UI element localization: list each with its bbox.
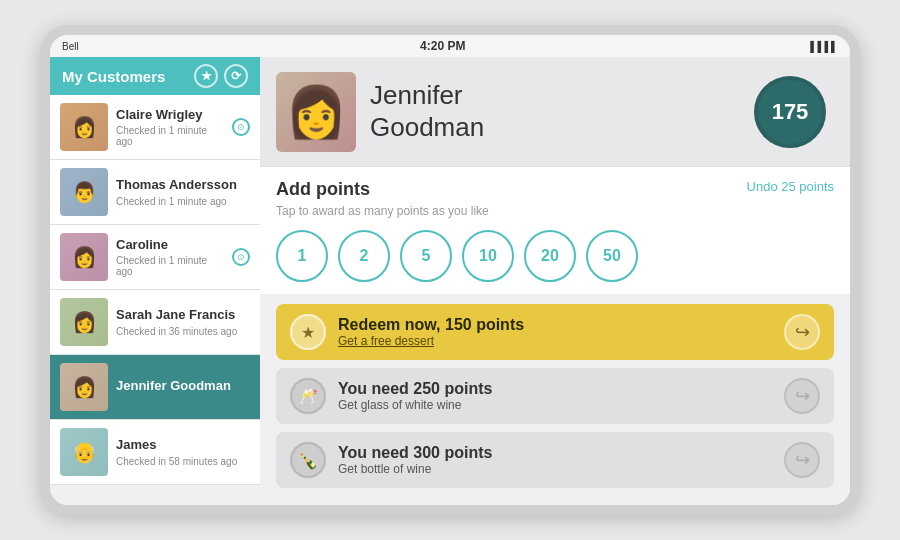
- avatar: 👩: [60, 363, 108, 411]
- reward-action-locked: ↪: [784, 442, 820, 478]
- points-btn-10[interactable]: 10: [462, 230, 514, 282]
- time-display: 4:20 PM: [420, 39, 465, 53]
- reward-icon-dessert: ★: [290, 314, 326, 350]
- points-buttons: 1 2 5 10 20 50: [276, 230, 834, 282]
- customer-checkin: Checked in 58 minutes ago: [116, 456, 250, 467]
- points-btn-1[interactable]: 1: [276, 230, 328, 282]
- customer-badge: ⊙: [232, 118, 250, 136]
- customer-checkin: Checked in 1 minute ago: [116, 255, 224, 277]
- reward-text: Redeem now, 150 points Get a free desser…: [338, 316, 772, 348]
- customer-checkin: Checked in 1 minute ago: [116, 196, 250, 207]
- customer-photo: 👩: [276, 72, 356, 152]
- reward-title: You need 300 points: [338, 444, 772, 462]
- customer-info: Jennifer Goodman: [116, 378, 250, 397]
- customer-full-name: Jennifer Goodman: [370, 80, 740, 142]
- customer-name: James: [116, 437, 250, 454]
- customer-info: Thomas Andersson Checked in 1 minute ago: [116, 177, 250, 207]
- sidebar-title: My Customers: [62, 68, 165, 85]
- sidebar-header-icons: ★ ⟳: [194, 64, 248, 88]
- device-frame: Bell 4:20 PM ▐▐▐ ▌ My Customers ★ ⟳ 👩: [40, 25, 860, 515]
- customer-list: 👩 Claire Wrigley Checked in 1 minute ago…: [50, 95, 260, 505]
- customer-info: Caroline Checked in 1 minute ago: [116, 237, 224, 278]
- points-btn-5[interactable]: 5: [400, 230, 452, 282]
- customer-info: James Checked in 58 minutes ago: [116, 437, 250, 467]
- customer-item-active[interactable]: 👩 Jennifer Goodman: [50, 355, 260, 420]
- customer-item[interactable]: 👩 Sarah Jane Francis Checked in 36 minut…: [50, 290, 260, 355]
- sidebar-header: My Customers ★ ⟳: [50, 57, 260, 95]
- reward-icon-btn[interactable]: ★: [194, 64, 218, 88]
- reward-title: Redeem now, 150 points: [338, 316, 772, 334]
- customer-checkin: Checked in 36 minutes ago: [116, 326, 250, 337]
- customer-name: Caroline: [116, 237, 224, 254]
- add-points-title: Add points: [276, 179, 370, 200]
- customer-name: Jennifer Goodman: [116, 378, 250, 395]
- side-button-right: [854, 222, 860, 272]
- reward-subtitle: Get bottle of wine: [338, 462, 772, 476]
- customer-name: Sarah Jane Francis: [116, 307, 250, 324]
- points-btn-2[interactable]: 2: [338, 230, 390, 282]
- share-icon-btn[interactable]: ⟳: [224, 64, 248, 88]
- sidebar: My Customers ★ ⟳ 👩 Claire Wrigley Checke…: [50, 57, 260, 505]
- undo-link[interactable]: Undo 25 points: [747, 179, 834, 194]
- customer-header-name: Jennifer Goodman: [370, 80, 740, 142]
- points-value: 175: [772, 99, 809, 125]
- customer-item[interactable]: 👩 Claire Wrigley Checked in 1 minute ago…: [50, 95, 260, 160]
- reward-text: You need 250 points Get glass of white w…: [338, 380, 772, 412]
- add-points-section: Add points Undo 25 points Tap to award a…: [260, 167, 850, 294]
- reward-subtitle: Get glass of white wine: [338, 398, 772, 412]
- reward-item-locked-250: 🥂 You need 250 points Get glass of white…: [276, 368, 834, 424]
- customer-item[interactable]: 👨 Thomas Andersson Checked in 1 minute a…: [50, 160, 260, 225]
- customer-info: Sarah Jane Francis Checked in 36 minutes…: [116, 307, 250, 337]
- customer-badge: ⊙: [232, 248, 250, 266]
- add-points-subtitle: Tap to award as many points as you like: [276, 204, 834, 218]
- carrier-signal: Bell: [62, 41, 79, 52]
- reward-title: You need 250 points: [338, 380, 772, 398]
- avatar: 👩: [60, 103, 108, 151]
- reward-text: You need 300 points Get bottle of wine: [338, 444, 772, 476]
- points-btn-20[interactable]: 20: [524, 230, 576, 282]
- points-circle: 175: [754, 76, 826, 148]
- reward-item-locked-300: 🍾 You need 300 points Get bottle of wine…: [276, 432, 834, 488]
- side-button-left: [40, 250, 46, 290]
- avatar: 👴: [60, 428, 108, 476]
- customer-header: 👩 Jennifer Goodman 175: [260, 57, 850, 167]
- reward-action-locked: ↪: [784, 378, 820, 414]
- customer-info: Claire Wrigley Checked in 1 minute ago: [116, 107, 224, 148]
- status-bar: Bell 4:20 PM ▐▐▐ ▌: [50, 35, 850, 57]
- avatar: 👩: [60, 233, 108, 281]
- customer-item[interactable]: 👴 James Checked in 58 minutes ago: [50, 420, 260, 485]
- main-content: 👩 Jennifer Goodman 175 Add points Undo 2…: [260, 57, 850, 505]
- avatar: 👨: [60, 168, 108, 216]
- customer-name: Thomas Andersson: [116, 177, 250, 194]
- customer-checkin: Checked in 1 minute ago: [116, 125, 224, 147]
- add-points-header: Add points Undo 25 points: [276, 179, 834, 200]
- customer-name: Claire Wrigley: [116, 107, 224, 124]
- reward-icon-wine-glass: 🥂: [290, 378, 326, 414]
- reward-action-btn[interactable]: ↪: [784, 314, 820, 350]
- reward-item-active[interactable]: ★ Redeem now, 150 points Get a free dess…: [276, 304, 834, 360]
- app-container: My Customers ★ ⟳ 👩 Claire Wrigley Checke…: [50, 57, 850, 505]
- reward-icon-bottle: 🍾: [290, 442, 326, 478]
- rewards-section: ★ Redeem now, 150 points Get a free dess…: [260, 294, 850, 505]
- battery-indicator: ▐▐▐ ▌: [807, 41, 838, 52]
- points-btn-50[interactable]: 50: [586, 230, 638, 282]
- avatar: 👩: [60, 298, 108, 346]
- customer-item[interactable]: 👩 Caroline Checked in 1 minute ago ⊙: [50, 225, 260, 290]
- reward-subtitle: Get a free dessert: [338, 334, 772, 348]
